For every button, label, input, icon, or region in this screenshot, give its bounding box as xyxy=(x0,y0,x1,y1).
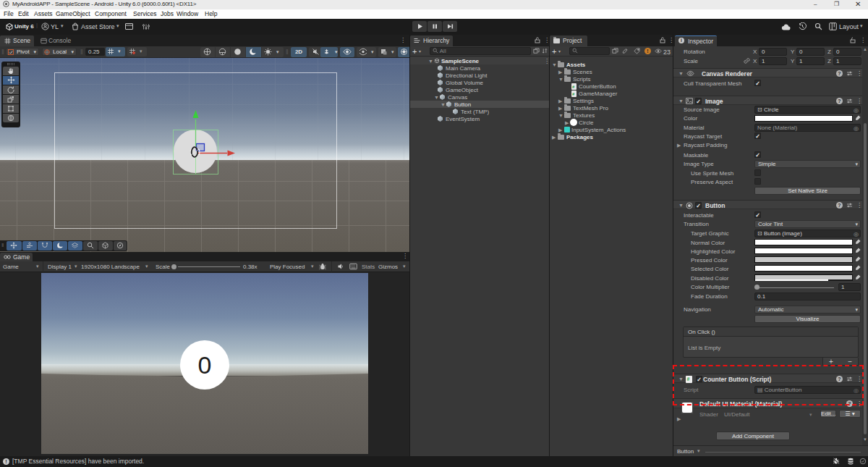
svg-text:0: 0 xyxy=(198,351,212,379)
